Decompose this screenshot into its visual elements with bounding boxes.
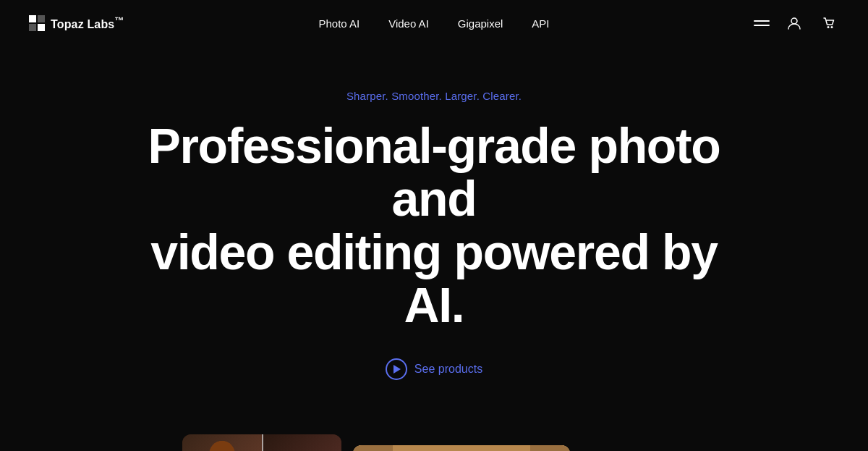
topaz-logo-icon (29, 15, 45, 31)
svg-point-6 (831, 26, 833, 28)
play-circle-icon (386, 358, 407, 380)
hero-title: Professional-grade photo and video editi… (137, 119, 731, 332)
person-figure-right (190, 439, 255, 451)
account-icon[interactable] (784, 13, 804, 33)
nav-links: Photo AI Video AI Gigapixel API (318, 17, 549, 30)
svg-rect-3 (29, 24, 36, 31)
play-triangle-icon (393, 365, 401, 374)
preview-card-room (353, 445, 570, 451)
svg-rect-2 (38, 15, 45, 22)
preview-card-inner (182, 434, 341, 451)
hero-tagline: Sharper. Smoother. Larger. Clearer. (346, 90, 522, 102)
see-products-label: See products (414, 363, 482, 376)
hamburger-line-bottom (754, 25, 770, 26)
before-after-divider (262, 434, 263, 451)
room-scene (353, 445, 570, 451)
nav-link-api[interactable]: API (532, 17, 549, 30)
hero-section: Sharper. Smoother. Larger. Clearer. Prof… (0, 46, 868, 380)
preview-section: ⚡ Run Autopilot (0, 423, 868, 451)
hamburger-line-top (754, 20, 770, 22)
svg-rect-22 (530, 445, 570, 451)
navigation: Topaz Labs™ Photo AI Video AI Gigapixel … (0, 0, 868, 46)
nav-link-photo-ai[interactable]: Photo AI (318, 17, 359, 30)
nav-right-icons (754, 13, 839, 33)
cart-icon[interactable] (819, 13, 839, 33)
nav-link-video-ai[interactable]: Video AI (388, 17, 429, 30)
logo-text: Topaz Labs™ (51, 15, 124, 31)
svg-rect-0 (29, 15, 36, 22)
preview-card-person: ⚡ Run Autopilot (182, 434, 341, 451)
menu-icon[interactable] (754, 20, 770, 26)
svg-point-11 (209, 441, 235, 451)
svg-point-4 (791, 18, 797, 24)
nav-link-gigapixel[interactable]: Gigapixel (458, 17, 503, 30)
preview-after (262, 434, 341, 451)
preview-room-inner (353, 445, 570, 451)
see-products-button[interactable]: See products (386, 358, 482, 380)
svg-rect-1 (38, 24, 45, 31)
svg-rect-21 (353, 445, 393, 451)
logo-trademark: ™ (114, 15, 124, 26)
svg-point-5 (827, 26, 830, 28)
logo[interactable]: Topaz Labs™ (29, 15, 124, 31)
